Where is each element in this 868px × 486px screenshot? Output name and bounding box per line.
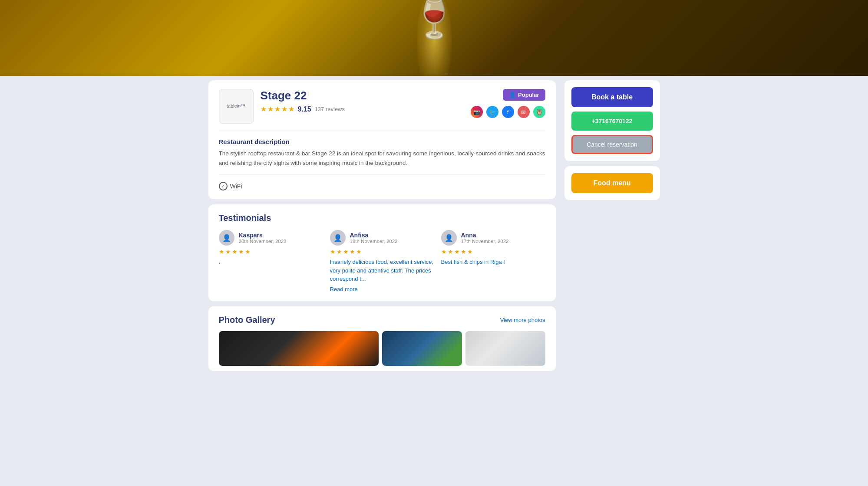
wifi-label: WiFi (230, 183, 242, 190)
popular-badge: 👤 Popular (503, 89, 545, 101)
view-more-photos-link[interactable]: View more photos (500, 317, 545, 323)
rating-score: 9.15 (298, 105, 311, 113)
cancel-reservation-button[interactable]: Cancel reservation (571, 135, 653, 154)
testimonial-kaspars: 👤 Kaspars 20th November, 2022 ★ ★ ★ ★ ★ (219, 230, 323, 292)
restaurant-logo: tablein™ (219, 89, 254, 124)
social-icons-row: 📷 🐦 f ✉ 🦉 (471, 106, 545, 118)
testimonials-grid: 👤 Kaspars 20th November, 2022 ★ ★ ★ ★ ★ (219, 230, 545, 292)
book-table-button[interactable]: Book a table (571, 87, 653, 107)
review-text-anfisa: Insanely delicious food, excellent servi… (330, 258, 434, 283)
reviewer-date-kaspars: 20th November, 2022 (239, 239, 287, 244)
header-right: 👤 Popular 📷 🐦 f ✉ 🦉 (471, 89, 545, 118)
testimonials-title: Testimonials (219, 213, 545, 223)
gallery-header: Photo Gallery View more photos (219, 315, 545, 325)
photo-gallery-card: Photo Gallery View more photos (208, 306, 556, 371)
instagram-icon[interactable]: 📷 (471, 106, 483, 118)
avatar-anfisa: 👤 (330, 230, 346, 246)
reviewer-info-anna: Anna 17th November, 2022 (461, 232, 509, 244)
divider-2 (219, 174, 545, 175)
star-3: ★ (274, 105, 281, 113)
review-text-kaspars: . (219, 258, 323, 266)
sidebar-actions-card: Book a table +37167670122 Cancel reserva… (564, 80, 660, 161)
reviewer-info-kaspars: Kaspars 20th November, 2022 (239, 232, 287, 244)
review-stars-anna: ★ ★ ★ ★ ★ (441, 248, 545, 255)
review-stars-kaspars: ★ ★ ★ ★ ★ (219, 248, 323, 255)
reviewer-date-anna: 17th November, 2022 (461, 239, 509, 244)
gallery-title: Photo Gallery (219, 315, 275, 325)
star-4: ★ (281, 105, 287, 113)
logo-text-in: in™ (237, 103, 246, 108)
avatar-anna: 👤 (441, 230, 457, 246)
tripadvisor-icon[interactable]: 🦉 (533, 106, 545, 118)
restaurant-name: Stage 22 (261, 89, 464, 102)
testimonial-anfisa: 👤 Anfisa 19th November, 2022 ★ ★ ★ ★ ★ (330, 230, 434, 292)
star-2: ★ (267, 105, 274, 113)
star-1: ★ (261, 105, 267, 113)
read-more-anfisa[interactable]: Read more (330, 286, 434, 292)
food-menu-button[interactable]: Food menu (571, 173, 653, 193)
gallery-grid (219, 331, 545, 366)
testimonials-card: Testimonials 👤 Kaspars 20th November, 20… (208, 204, 556, 301)
facebook-icon[interactable]: f (502, 106, 514, 118)
email-icon[interactable]: ✉ (518, 106, 530, 118)
restaurant-info-card: tablein™ Stage 22 ★ ★ ★ ★ ★ (208, 80, 556, 199)
rating-reviews: 137 reviews (315, 106, 345, 112)
review-text-anna: Best fish & chips in Riga ! (441, 258, 545, 266)
testimonial-anna: 👤 Anna 17th November, 2022 ★ ★ ★ ★ ★ (441, 230, 545, 292)
reviewer-name-anfisa: Anfisa (350, 232, 398, 239)
rating-row: ★ ★ ★ ★ ★ 9.15 137 reviews (261, 105, 464, 113)
reviewer-name-kaspars: Kaspars (239, 232, 287, 239)
reviewer-row-anfisa: 👤 Anfisa 19th November, 2022 (330, 230, 434, 246)
star-rating: ★ ★ ★ ★ ★ (261, 105, 294, 113)
divider-1 (219, 131, 545, 131)
gallery-photo-3[interactable] (465, 331, 545, 366)
food-menu-card: Food menu (564, 166, 660, 200)
hero-banner (0, 0, 868, 76)
reviewer-date-anfisa: 19th November, 2022 (350, 239, 398, 244)
reviewer-row-kaspars: 👤 Kaspars 20th November, 2022 (219, 230, 323, 246)
person-icon: 👤 (509, 92, 516, 98)
star-5: ★ (288, 105, 294, 113)
phone-number-button[interactable]: +37167670122 (571, 112, 653, 131)
restaurant-details: Stage 22 ★ ★ ★ ★ ★ 9.15 137 reviews (261, 89, 464, 117)
wifi-row: ✓ WiFi (219, 182, 545, 190)
wifi-circle-icon: ✓ (219, 182, 228, 190)
gallery-photo-1[interactable] (219, 331, 379, 366)
review-stars-anfisa: ★ ★ ★ ★ ★ (330, 248, 434, 255)
reviewer-row-anna: 👤 Anna 17th November, 2022 (441, 230, 545, 246)
twitter-icon[interactable]: 🐦 (486, 106, 498, 118)
sidebar: Book a table +37167670122 Cancel reserva… (564, 80, 660, 371)
logo-text-table: table (227, 103, 237, 108)
reviewer-name-anna: Anna (461, 232, 509, 239)
description-title: Restaurant description (219, 138, 545, 145)
popular-label: Popular (518, 92, 539, 98)
restaurant-description: The stylish rooftop restaurant & bar Sta… (219, 149, 545, 167)
gallery-photo-2[interactable] (382, 331, 462, 366)
reviewer-info-anfisa: Anfisa 19th November, 2022 (350, 232, 398, 244)
avatar-kaspars: 👤 (219, 230, 234, 246)
